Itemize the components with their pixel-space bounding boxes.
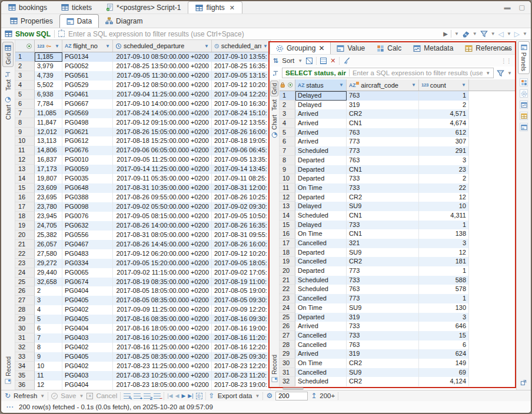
row-number[interactable]: 9: [280, 165, 295, 175]
filter-funnel-icon[interactable]: [480, 30, 488, 38]
tab-text[interactable]: Text: [2, 69, 14, 92]
cell[interactable]: Scheduled: [295, 146, 347, 156]
cell[interactable]: PG0621: [62, 128, 113, 137]
cell[interactable]: 15: [419, 331, 469, 340]
cancel-button[interactable]: Cancel: [96, 392, 117, 399]
table-row[interactable]: 1114,806PG06762017-09-06 06:05:00.000 +0…: [15, 146, 271, 155]
cell[interactable]: 3: [419, 313, 469, 322]
cell[interactable]: Delayed: [295, 221, 347, 230]
cell[interactable]: Departed: [295, 266, 347, 276]
cell[interactable]: 2017-08-16 11:20:: [212, 333, 271, 343]
row-number[interactable]: 3: [280, 109, 295, 119]
table-row[interactable]: 23Cancelled7731: [280, 294, 515, 303]
cell[interactable]: 2017-09-02 17:05:: [212, 268, 271, 278]
cell[interactable]: PG0467: [62, 240, 113, 249]
row-number[interactable]: 3: [15, 71, 35, 81]
row-number[interactable]: 20: [280, 266, 295, 276]
cell[interactable]: CR2: [347, 193, 419, 202]
row-number[interactable]: 12: [280, 193, 295, 202]
cell[interactable]: 2017-09-05 13:15:: [212, 71, 271, 81]
tab-value[interactable]: Value: [331, 42, 371, 54]
chevron-down-icon[interactable]: ▼: [79, 393, 84, 399]
cell[interactable]: 69: [419, 368, 469, 378]
row-number[interactable]: 1: [15, 52, 35, 62]
tab-tickets[interactable]: tickets: [54, 1, 99, 14]
cell[interactable]: 3: [419, 156, 469, 165]
cell[interactable]: 4,571: [419, 109, 469, 119]
cell[interactable]: 773: [347, 137, 419, 146]
row-number[interactable]: 17: [15, 202, 35, 212]
cell[interactable]: 3: [419, 239, 469, 248]
cell[interactable]: Delayed: [295, 91, 347, 101]
tab-grid[interactable]: Grid: [270, 81, 278, 96]
show-sql-button[interactable]: Show SQL: [5, 30, 51, 38]
cell[interactable]: 181: [419, 257, 469, 266]
cell[interactable]: 12: [35, 380, 62, 390]
fetch-size-input[interactable]: [275, 392, 308, 400]
table-row[interactable]: 21Scheduled733588: [280, 276, 515, 285]
cell[interactable]: PG0404: [62, 324, 113, 333]
cell[interactable]: 2017-08-24 15:10:: [212, 109, 271, 118]
cell[interactable]: 2017-08-25 08:35:00.000 +0200: [113, 352, 212, 362]
table-row[interactable]: 2126,057PG04672017-08-26 14:45:00.000 +0…: [15, 240, 271, 249]
filter-forward-icon[interactable]: ▷: [514, 30, 520, 38]
table-row[interactable]: 2329,272PG03342017-09-05 15:20:00.000 +0…: [15, 259, 271, 268]
cell[interactable]: 2: [419, 101, 469, 110]
table-row[interactable]: 284PG04022017-09-09 11:25:00.000 +020020…: [15, 305, 271, 315]
tab-bookings[interactable]: bookings: [1, 1, 54, 14]
tab-properties[interactable]: Properties: [4, 14, 59, 28]
cell[interactable]: 23: [419, 165, 469, 175]
tab-text[interactable]: Text: [270, 98, 278, 112]
row-number[interactable]: 12: [15, 155, 35, 165]
row-number[interactable]: 30: [280, 359, 295, 368]
cell[interactable]: 2017-08-26 09:55:00.000 +0200: [113, 193, 212, 202]
add-row-icon[interactable]: +: [134, 393, 141, 399]
table-row[interactable]: 29Arrived319624: [280, 349, 515, 359]
cell[interactable]: 763: [347, 340, 419, 350]
cell[interactable]: Arrived: [295, 322, 347, 331]
cell[interactable]: 2017-08-19 08:35:00.000 +0200: [113, 278, 212, 287]
cell[interactable]: CN1: [347, 165, 419, 175]
table-row[interactable]: 1924,705PG06322017-08-26 14:00:00.000 +0…: [15, 221, 271, 231]
row-number[interactable]: 13: [15, 165, 35, 174]
cell[interactable]: 2017-08-16 11:25:00.000 +0200: [113, 343, 212, 352]
edit-columns-icon[interactable]: [320, 58, 327, 64]
save-button[interactable]: Save: [61, 392, 76, 399]
cell[interactable]: 1,185: [35, 52, 62, 62]
gear-icon[interactable]: ⚙: [266, 392, 272, 400]
cell[interactable]: 733: [347, 331, 419, 340]
cell[interactable]: Cancelled: [295, 239, 347, 248]
sort-button[interactable]: Sort: [282, 57, 294, 64]
row-number[interactable]: 24: [280, 303, 295, 313]
cell[interactable]: 646: [419, 322, 469, 331]
chevron-down-icon[interactable]: ▼: [263, 44, 268, 49]
row-number[interactable]: 6: [280, 137, 295, 146]
cell[interactable]: 2017-08-31 12:00:: [212, 183, 271, 193]
cell[interactable]: 2017-09-06 06:05:00.000 +0200: [113, 146, 212, 155]
cell[interactable]: 773: [347, 266, 419, 276]
cell[interactable]: 23,780: [35, 202, 62, 212]
calc-panel-shortcut-icon[interactable]: [520, 78, 528, 86]
cell[interactable]: CN1: [347, 211, 419, 221]
cell[interactable]: 23,695: [35, 193, 62, 202]
cell[interactable]: PG0052: [62, 62, 113, 71]
cell[interactable]: 2017-08-05 09:30:: [212, 296, 271, 305]
duplicate-row-icon[interactable]: 2: [144, 393, 151, 399]
cell[interactable]: PG0676: [62, 146, 113, 155]
cell[interactable]: PG0405: [62, 296, 113, 305]
cell[interactable]: 2017-08-26 16:35:: [212, 221, 271, 231]
chevron-down-icon[interactable]: ▼: [105, 44, 110, 49]
cell[interactable]: 763: [347, 91, 419, 101]
cell[interactable]: 2017-09-12 10:20:: [212, 249, 271, 259]
table-row[interactable]: 1317,173PG00592017-09-14 11:25:00.000 +0…: [15, 165, 271, 174]
table-row[interactable]: 2Delayed3192: [280, 101, 515, 110]
cell[interactable]: 2017-09-14 13:45:: [212, 165, 271, 174]
cell[interactable]: 2017-08-16 08:35:00.000 +0200: [113, 315, 212, 324]
sort-icon[interactable]: ⇅: [273, 57, 278, 65]
row-number[interactable]: 31: [15, 333, 35, 343]
chevron-down-icon[interactable]: ▼: [55, 44, 59, 49]
cell[interactable]: 2017-09-11 08:25:: [212, 174, 271, 183]
cell[interactable]: 11,085: [35, 109, 62, 118]
cell[interactable]: 7: [35, 333, 62, 343]
cell[interactable]: 2017-08-19 11:00:: [212, 278, 271, 287]
